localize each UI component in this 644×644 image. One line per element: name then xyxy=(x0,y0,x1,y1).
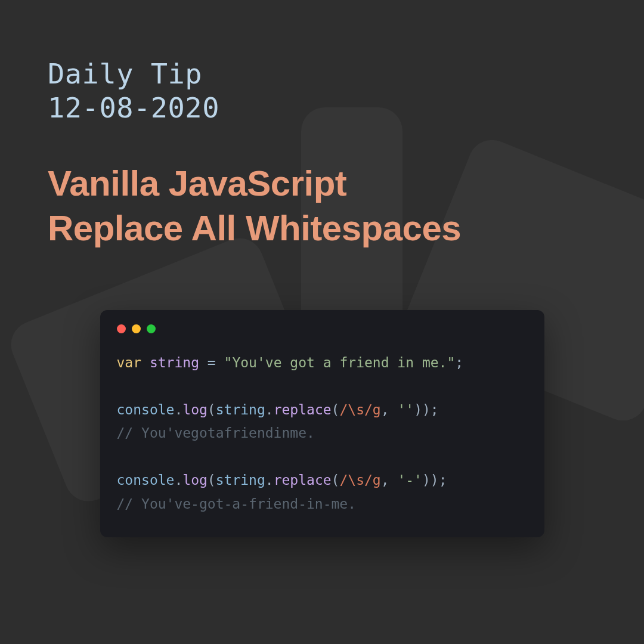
regex: /\s/g xyxy=(339,402,380,417)
paren: ( xyxy=(332,472,340,488)
keyword: var xyxy=(117,355,142,370)
object: console xyxy=(117,472,175,488)
title: Vanilla JavaScript Replace All Whitespac… xyxy=(48,161,596,250)
comment: // You'vegotafriendinme. xyxy=(117,425,315,441)
title-line: Replace All Whitespaces xyxy=(48,206,596,250)
maximize-icon xyxy=(147,324,156,333)
object: console xyxy=(117,402,175,417)
window-controls xyxy=(117,324,528,333)
paren: ) xyxy=(422,472,431,488)
operator: = xyxy=(208,355,216,370)
function: log xyxy=(182,402,208,417)
paren: ( xyxy=(332,402,340,417)
code-window: var string = "You've got a friend in me.… xyxy=(100,310,544,538)
minimize-icon xyxy=(132,324,141,333)
paren: ( xyxy=(208,472,216,488)
header: Daily Tip 12-08-2020 xyxy=(48,57,596,125)
code-block: var string = "You've got a friend in me.… xyxy=(117,351,528,516)
regex: /\s/g xyxy=(339,472,380,488)
paren: ) xyxy=(422,402,431,417)
string-literal: '' xyxy=(397,402,414,417)
comma: , xyxy=(381,402,389,417)
function: replace xyxy=(274,402,332,417)
function: log xyxy=(182,472,208,488)
paren: ) xyxy=(431,472,439,488)
paren: ( xyxy=(208,402,216,417)
string-literal: "You've got a friend in me." xyxy=(224,355,456,370)
header-date: 12-08-2020 xyxy=(48,91,596,125)
function: replace xyxy=(274,472,332,488)
variable-ref: string xyxy=(216,402,265,417)
comma: , xyxy=(381,472,389,488)
content: Daily Tip 12-08-2020 Vanilla JavaScript … xyxy=(0,0,644,537)
semicolon: ; xyxy=(431,402,439,417)
dot: . xyxy=(174,402,182,417)
title-line: Vanilla JavaScript xyxy=(48,161,596,206)
dot: . xyxy=(265,402,274,417)
dot: . xyxy=(174,472,182,488)
comment: // You've-got-a-friend-in-me. xyxy=(117,496,357,512)
semicolon: ; xyxy=(439,472,447,488)
variable: string xyxy=(150,355,199,370)
paren: ) xyxy=(414,402,422,417)
close-icon xyxy=(117,324,126,333)
variable-ref: string xyxy=(216,472,265,488)
dot: . xyxy=(265,472,274,488)
string-literal: '-' xyxy=(397,472,422,488)
semicolon: ; xyxy=(455,355,463,370)
header-label: Daily Tip xyxy=(48,57,596,91)
